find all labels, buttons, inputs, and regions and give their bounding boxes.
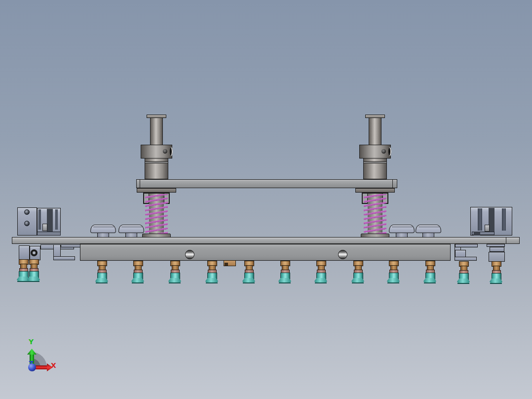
cap-stem xyxy=(422,233,434,238)
cap-stem xyxy=(396,233,408,238)
cap-stem xyxy=(97,233,109,238)
z-axis-sphere[interactable] xyxy=(28,363,36,371)
locating-cap[interactable] xyxy=(389,225,415,238)
caps-layer xyxy=(0,0,532,399)
cap-disc xyxy=(90,225,116,233)
locating-cap[interactable] xyxy=(90,225,116,238)
locating-cap[interactable] xyxy=(416,225,441,238)
y-axis-label: Y xyxy=(29,338,34,345)
cap-disc xyxy=(389,225,415,233)
x-axis-label: X xyxy=(51,362,56,369)
locating-cap[interactable] xyxy=(118,225,144,238)
orientation-triad: Z Y X xyxy=(20,337,67,374)
y-axis-arrowhead[interactable] xyxy=(27,349,37,355)
cap-disc xyxy=(118,225,144,233)
cap-stem xyxy=(125,233,137,238)
cap-disc xyxy=(416,225,441,233)
cad-viewport[interactable]: Z Y X xyxy=(0,0,532,399)
